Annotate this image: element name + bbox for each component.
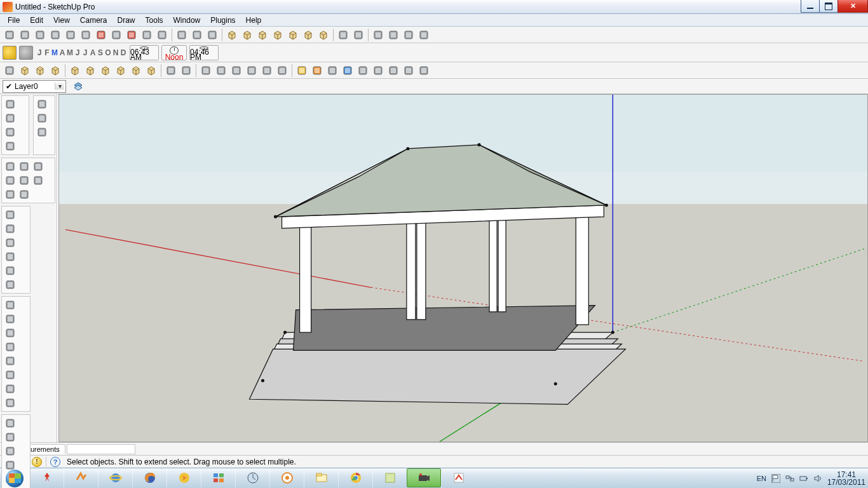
view-iso-button[interactable] xyxy=(68,64,82,78)
layer-manager-button[interactable] xyxy=(71,79,85,93)
view-right-button[interactable] xyxy=(114,64,128,78)
open-button[interactable] xyxy=(18,28,32,42)
view-back-button[interactable] xyxy=(129,64,143,78)
tag-grey2-button[interactable] xyxy=(356,64,370,78)
taskbar-app-media[interactable] xyxy=(166,468,201,487)
measurements-field[interactable] xyxy=(67,444,135,454)
help-icon[interactable]: ? xyxy=(50,457,60,467)
menu-file[interactable]: File xyxy=(3,15,25,26)
menu-plugins[interactable]: Plugins xyxy=(205,15,240,26)
iso-button[interactable] xyxy=(225,28,239,42)
toggle-ground-button[interactable] xyxy=(205,28,219,42)
month-10[interactable]: N xyxy=(112,48,119,57)
tag-grey5-button[interactable] xyxy=(402,64,416,78)
rectangle-tool[interactable] xyxy=(4,208,17,221)
month-1[interactable]: F xyxy=(43,48,51,57)
warehouse2-button[interactable] xyxy=(386,28,400,42)
taskbar-app-notes[interactable] xyxy=(372,468,407,487)
dim-tool[interactable] xyxy=(4,383,17,395)
make-group-button[interactable] xyxy=(33,64,47,78)
eraser-tool[interactable] xyxy=(36,112,48,125)
section-group2-button[interactable] xyxy=(351,28,365,42)
paint-tool[interactable] xyxy=(36,98,48,111)
month-7[interactable]: A xyxy=(89,48,97,57)
line-tool[interactable] xyxy=(4,222,17,235)
model-info-button[interactable] xyxy=(155,28,169,42)
menu-camera[interactable]: Camera xyxy=(75,15,112,26)
warehouse3-button[interactable] xyxy=(402,28,416,42)
tag-blue-button[interactable] xyxy=(341,64,355,78)
walk-tool[interactable] xyxy=(18,160,31,173)
month-2[interactable]: M xyxy=(51,48,58,57)
tag-grey6-button[interactable] xyxy=(417,64,431,78)
sandbox1-tool[interactable] xyxy=(4,417,17,430)
warehouse4-button[interactable] xyxy=(417,28,431,42)
position-tool[interactable] xyxy=(4,160,17,173)
taskbar-app-office[interactable] xyxy=(201,468,235,487)
save-button[interactable] xyxy=(33,28,47,42)
print-button[interactable] xyxy=(140,28,154,42)
layers-stack2-button[interactable] xyxy=(179,64,193,78)
front-button[interactable] xyxy=(255,28,269,42)
tray-battery-icon[interactable] xyxy=(799,474,808,483)
style2-button[interactable] xyxy=(214,64,228,78)
menu-view[interactable]: View xyxy=(48,15,75,26)
pan-tool[interactable] xyxy=(18,188,31,201)
geo-indicator-3[interactable] xyxy=(32,457,42,467)
style4-button[interactable] xyxy=(245,64,259,78)
shadows-on-button[interactable] xyxy=(3,46,17,60)
model-viewport[interactable] xyxy=(58,94,868,442)
sandbox2-tool[interactable] xyxy=(4,431,17,444)
time-start[interactable]: 06:43 AM xyxy=(130,45,159,60)
redo-button[interactable] xyxy=(125,28,139,42)
monochrome-tool[interactable] xyxy=(4,126,17,139)
new-button[interactable] xyxy=(3,28,17,42)
undo-button[interactable] xyxy=(109,28,123,42)
taskbar-app-firefox[interactable] xyxy=(132,468,166,487)
view-front-button[interactable] xyxy=(98,64,112,78)
zoom-extents-tool[interactable] xyxy=(32,174,44,187)
close-button[interactable] xyxy=(837,0,868,13)
move-tool[interactable] xyxy=(4,313,17,325)
month-8[interactable]: S xyxy=(97,48,104,57)
tape-tool[interactable] xyxy=(4,355,17,367)
zoom-tool[interactable] xyxy=(4,174,17,187)
style6-button[interactable] xyxy=(275,64,289,78)
taskbar-app-explorer[interactable] xyxy=(304,468,338,487)
menu-edit[interactable]: Edit xyxy=(25,15,48,26)
home-button[interactable] xyxy=(316,28,330,42)
style3-button[interactable] xyxy=(229,64,243,78)
look-tool[interactable] xyxy=(32,160,44,173)
component-button[interactable] xyxy=(18,64,32,78)
month-9[interactable]: O xyxy=(104,48,112,57)
taskbar-app-ie[interactable] xyxy=(98,468,132,487)
taskbar-app-sketchup[interactable] xyxy=(441,468,475,487)
paste-button[interactable] xyxy=(79,28,93,42)
active-layer-combo[interactable]: ✔ Layer0 xyxy=(3,80,66,93)
circle-tool[interactable] xyxy=(4,236,17,249)
month-6[interactable]: J xyxy=(81,48,89,57)
zoom-window-tool[interactable] xyxy=(18,174,31,187)
language-indicator[interactable]: EN xyxy=(757,475,766,482)
tray-network-icon[interactable] xyxy=(785,474,794,483)
tag-grey3-button[interactable] xyxy=(371,64,385,78)
delete-button[interactable] xyxy=(94,28,108,42)
taskbar-app-camera-app[interactable] xyxy=(407,468,441,487)
view-top-button[interactable] xyxy=(83,64,97,78)
sandbox3-tool[interactable] xyxy=(4,445,17,458)
month-4[interactable]: M xyxy=(66,48,74,57)
text-tool[interactable] xyxy=(4,369,17,381)
view-left-button[interactable] xyxy=(144,64,158,78)
freehand-tool[interactable] xyxy=(4,278,17,291)
tag-yellow-button[interactable] xyxy=(295,64,309,78)
menu-draw[interactable]: Draw xyxy=(112,15,140,26)
taskbar-app-chrome[interactable] xyxy=(338,468,372,487)
taskbar-app-orange-app[interactable] xyxy=(269,468,304,487)
menu-help[interactable]: Help xyxy=(241,15,267,26)
tag-orange-button[interactable] xyxy=(310,64,324,78)
add-geom-button[interactable] xyxy=(3,64,17,78)
pushpull-tool[interactable] xyxy=(4,299,17,311)
tag-grey4-button[interactable] xyxy=(386,64,400,78)
taskbar-clock[interactable]: 17:41 17/03/2011 xyxy=(827,471,865,486)
tray-flag-icon[interactable] xyxy=(771,474,780,483)
